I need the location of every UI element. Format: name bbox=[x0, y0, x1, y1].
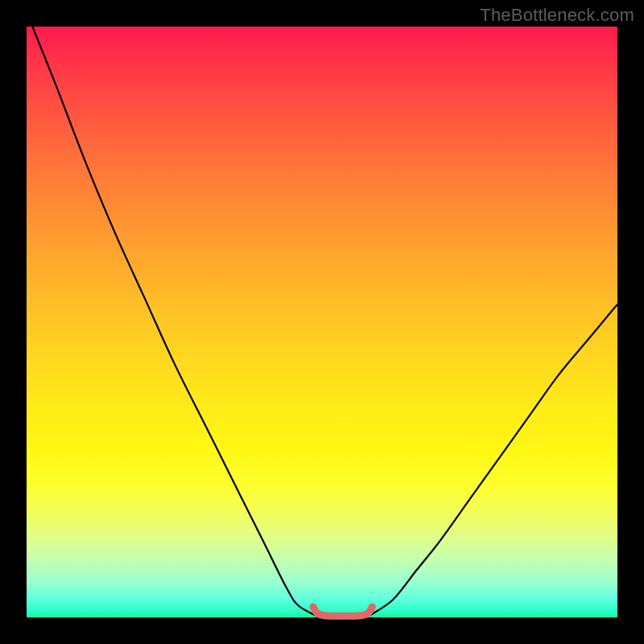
chart-curves bbox=[27, 27, 617, 617]
chart-frame: TheBottleneck.com bbox=[0, 0, 644, 644]
right-curve bbox=[369, 304, 617, 616]
left-curve bbox=[32, 27, 316, 616]
valley-marker bbox=[313, 607, 372, 616]
watermark-text: TheBottleneck.com bbox=[480, 5, 634, 26]
